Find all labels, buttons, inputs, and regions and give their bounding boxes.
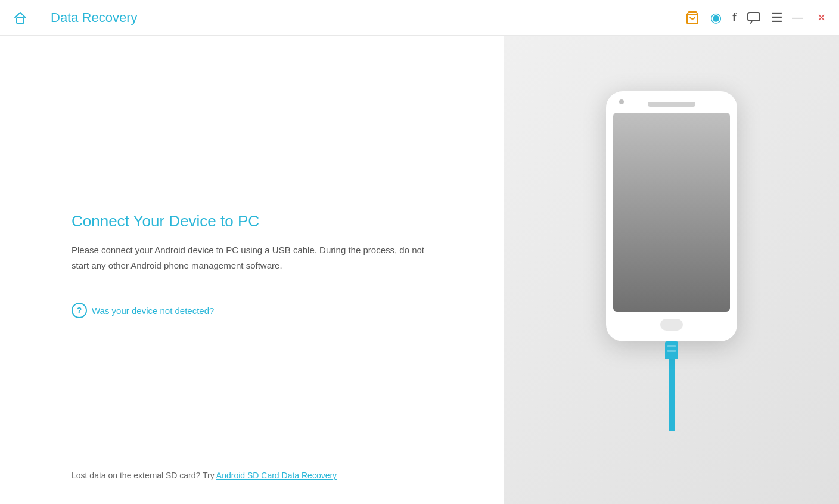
title-divider: [41, 7, 41, 29]
sd-card-recovery-link[interactable]: Android SD Card Data Recovery: [216, 471, 337, 480]
chat-icon[interactable]: [747, 12, 760, 24]
home-button[interactable]: [10, 7, 31, 29]
facebook-icon[interactable]: f: [732, 11, 737, 24]
phone-speaker: [648, 102, 695, 107]
toolbar-actions: ◉ f ☰: [685, 10, 783, 26]
content-area: Connect Your Device to PC Please connect…: [0, 36, 504, 471]
connect-heading: Connect Your Device to PC: [72, 212, 432, 231]
right-panel: [504, 36, 839, 504]
help-link-text[interactable]: Was your device not detected?: [92, 306, 214, 316]
bottom-notice-prefix: Lost data on the external SD card? Try: [72, 471, 216, 480]
usb-connector: [665, 341, 678, 359]
phone-illustration: [606, 91, 737, 431]
titlebar: Data Recovery ◉ f ☰ — ✕: [0, 0, 839, 36]
svg-rect-2: [748, 13, 760, 21]
phone-screen: [613, 113, 730, 312]
usb-wire: [669, 359, 675, 431]
user-icon[interactable]: ◉: [710, 10, 722, 26]
close-button[interactable]: ✕: [813, 10, 829, 26]
phone-home-button: [660, 319, 683, 331]
help-circle-icon: ?: [72, 303, 87, 318]
phone-body: [606, 91, 737, 341]
bottom-notice: Lost data on the external SD card? Try A…: [0, 471, 504, 480]
window-controls: — ✕: [789, 10, 829, 26]
left-panel: Connect Your Device to PC Please connect…: [0, 36, 504, 504]
help-link[interactable]: ? Was your device not detected?: [72, 303, 432, 318]
usb-cable: [665, 341, 678, 431]
menu-icon[interactable]: ☰: [771, 10, 783, 26]
svg-rect-0: [17, 18, 24, 23]
cart-icon[interactable]: [685, 11, 700, 25]
connect-description: Please connect your Android device to PC…: [72, 242, 432, 273]
minimize-button[interactable]: —: [789, 10, 806, 26]
phone-camera: [619, 99, 624, 104]
main-container: Connect Your Device to PC Please connect…: [0, 36, 839, 504]
app-title: Data Recovery: [51, 10, 685, 26]
